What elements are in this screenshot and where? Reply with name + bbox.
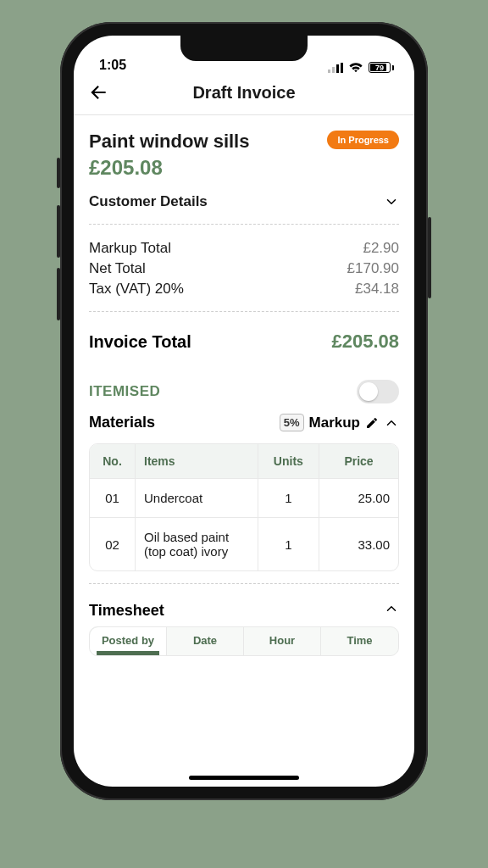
- svg-rect-0: [328, 70, 330, 73]
- total-label: Tax (VAT) 20%: [89, 281, 184, 298]
- customer-details-label: Customer Details: [89, 193, 208, 210]
- cell-item: Oil based paint (top coat) ivory: [136, 518, 258, 570]
- invoice-title: Paint window sills: [89, 131, 249, 153]
- divider: [89, 311, 399, 312]
- invoice-total-value: £205.08: [331, 331, 399, 353]
- tab-label: Hour: [269, 634, 295, 647]
- cell-units: 1: [258, 479, 319, 517]
- total-row: Net Total £170.90: [89, 259, 399, 279]
- table-header: No. Items Units Price: [90, 444, 398, 478]
- back-button[interactable]: [87, 81, 109, 108]
- cell-no: 02: [90, 518, 136, 570]
- tab-label: Posted by: [102, 634, 154, 647]
- markup-group[interactable]: 5% Markup: [280, 414, 399, 431]
- timesheet-tab-posted-by[interactable]: Posted by: [90, 627, 167, 655]
- battery-icon: 79: [369, 62, 394, 73]
- chevron-down-icon: [384, 194, 399, 209]
- divider: [89, 583, 399, 584]
- notch: [180, 36, 308, 61]
- col-no: No.: [90, 444, 136, 478]
- invoice-total-top: £205.08: [89, 156, 399, 180]
- col-units: Units: [258, 444, 319, 478]
- cell-no: 01: [90, 479, 136, 517]
- totals-block: Markup Total £2.90 Net Total £170.90 Tax…: [89, 230, 399, 306]
- invoice-grand-total-row: Invoice Total £205.08: [89, 317, 399, 359]
- svg-rect-2: [336, 64, 339, 73]
- markup-percent[interactable]: 5%: [280, 414, 304, 431]
- total-value: £34.18: [355, 281, 399, 298]
- phone-frame: 1:05 79 Draft Invoice: [60, 22, 428, 800]
- cellular-icon: [328, 63, 343, 73]
- tab-label: Date: [193, 634, 217, 647]
- content: Paint window sills In Progress £205.08 C…: [74, 115, 414, 787]
- svg-rect-3: [341, 63, 343, 73]
- total-value: £170.90: [347, 260, 399, 277]
- customer-details-toggle[interactable]: Customer Details: [89, 192, 399, 219]
- divider: [89, 224, 399, 225]
- total-row: Tax (VAT) 20% £34.18: [89, 279, 399, 299]
- cell-price: 25.00: [319, 479, 398, 517]
- home-indicator: [189, 776, 299, 780]
- edit-icon[interactable]: [365, 416, 379, 430]
- table-row: 02 Oil based paint (top coat) ivory 1 33…: [90, 517, 398, 570]
- timesheet-tab-time[interactable]: Time: [321, 627, 398, 655]
- total-row: Markup Total £2.90: [89, 238, 399, 259]
- chevron-up-icon: [384, 601, 399, 620]
- nav-header: Draft Invoice: [74, 76, 414, 114]
- side-button: [57, 205, 60, 258]
- back-arrow-icon: [87, 81, 109, 103]
- invoice-total-label: Invoice Total: [89, 332, 191, 352]
- markup-label: Markup: [309, 415, 360, 431]
- table-row: 01 Undercoat 1 25.00: [90, 478, 398, 517]
- itemised-toggle[interactable]: [357, 380, 399, 403]
- battery-level: 79: [375, 64, 384, 72]
- col-items: Items: [136, 444, 258, 478]
- page-title: Draft Invoice: [192, 83, 295, 103]
- side-button: [428, 217, 431, 298]
- side-button: [57, 158, 60, 188]
- wifi-icon: [348, 62, 363, 73]
- cell-item: Undercoat: [136, 479, 258, 517]
- total-value: £2.90: [363, 240, 399, 257]
- timesheet-toggle[interactable]: Timesheet: [89, 589, 399, 626]
- timesheet-tab-hour[interactable]: Hour: [244, 627, 321, 655]
- tab-label: Time: [347, 634, 372, 647]
- screen: 1:05 79 Draft Invoice: [74, 36, 414, 787]
- timesheet-tab-date[interactable]: Date: [167, 627, 244, 655]
- status-badge: In Progress: [327, 131, 399, 149]
- side-button: [57, 268, 60, 320]
- materials-table: No. Items Units Price 01 Undercoat 1 25.…: [89, 443, 399, 571]
- active-tab-indicator: [97, 651, 159, 656]
- col-price: Price: [319, 444, 398, 478]
- cell-units: 1: [258, 518, 319, 570]
- timesheet-label: Timesheet: [89, 602, 164, 620]
- total-label: Net Total: [89, 260, 146, 277]
- timesheet-tabs: Posted by Date Hour Time: [89, 626, 399, 656]
- svg-rect-1: [332, 67, 335, 73]
- status-time: 1:05: [99, 58, 126, 73]
- total-label: Markup Total: [89, 240, 171, 257]
- materials-label: Materials: [89, 414, 155, 431]
- chevron-up-icon[interactable]: [384, 415, 399, 431]
- itemised-label: ITEMISED: [89, 383, 160, 400]
- toggle-knob: [359, 382, 378, 401]
- cell-price: 33.00: [319, 518, 398, 570]
